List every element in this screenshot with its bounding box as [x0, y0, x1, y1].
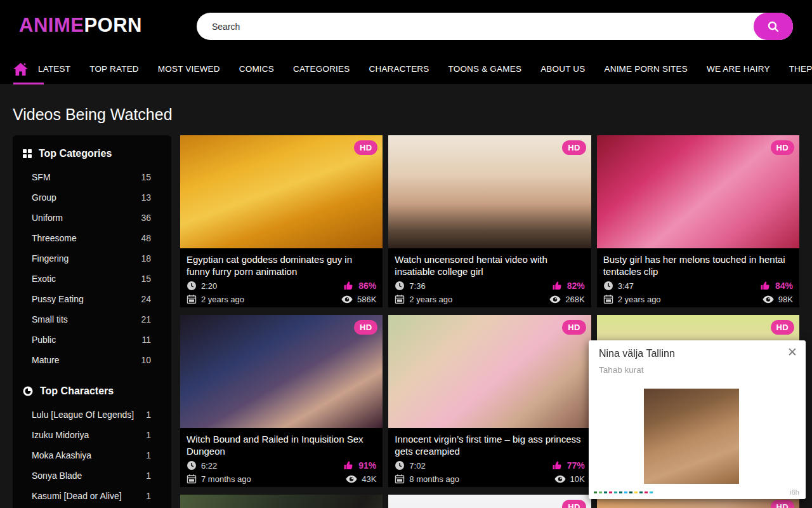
- video-card[interactable]: HD: [388, 495, 591, 508]
- category-count: 15: [141, 274, 161, 284]
- eye-icon: [346, 475, 357, 483]
- video-duration: 2:20: [201, 281, 217, 291]
- category-item[interactable]: Exotic15: [23, 269, 161, 289]
- video-age: 2 years ago: [618, 295, 661, 304]
- category-item[interactable]: Mature10: [23, 350, 161, 370]
- category-item[interactable]: SFM15: [23, 167, 161, 187]
- video-card[interactable]: HD Watch uncensored hentai video with in…: [388, 135, 591, 307]
- video-title[interactable]: Egyptian cat goddess dominates guy in fu…: [187, 253, 376, 277]
- site-header: ANIMEPORN: [0, 0, 812, 53]
- video-card[interactable]: HD Witch Bound and Railed in Inquisition…: [180, 315, 383, 487]
- hd-badge: HD: [562, 320, 586, 335]
- top-categories-header: Top Categories: [23, 148, 161, 159]
- category-item[interactable]: Threesome48: [23, 228, 161, 248]
- nav-item-comics[interactable]: COMICS: [230, 53, 284, 84]
- nav-item-toons-games[interactable]: TOONS & GAMES: [439, 53, 532, 84]
- nav-item-categories[interactable]: CATEGORIES: [284, 53, 360, 84]
- nav-item-anime-porn-sites[interactable]: ANIME PORN SITES: [595, 53, 697, 84]
- nav-item-most-viewed[interactable]: MOST VIEWED: [148, 53, 230, 84]
- character-item[interactable]: Kasumi [Dead or Alive]1: [23, 486, 161, 506]
- thumbs-up-icon: [343, 281, 354, 291]
- video-thumbnail[interactable]: [180, 495, 383, 508]
- hd-badge: HD: [771, 500, 794, 508]
- character-item[interactable]: Izuku Midoriya1: [23, 425, 161, 445]
- category-count: 21: [141, 314, 161, 324]
- ad-title: Nina välja Tallinn: [599, 348, 675, 359]
- logo-text-left: ANIME: [19, 14, 84, 36]
- video-thumbnail[interactable]: HD: [180, 135, 383, 248]
- sidebar: Top Categories SFM15 Group13 Uniform36 T…: [13, 135, 171, 508]
- thumbs-up-icon: [552, 281, 563, 291]
- clock-icon: [187, 281, 197, 291]
- nav-item-about-us[interactable]: ABOUT US: [531, 53, 594, 84]
- video-title[interactable]: Innocent virgin’s first time – big ass p…: [395, 433, 584, 457]
- search-button[interactable]: [754, 13, 793, 40]
- video-card[interactable]: HD Innocent virgin’s first time – big as…: [388, 315, 591, 487]
- category-item[interactable]: Group13: [23, 187, 161, 208]
- thumbs-up-icon: [343, 460, 354, 471]
- category-count: 10: [141, 355, 161, 365]
- video-views: 10K: [570, 474, 585, 484]
- category-item[interactable]: Fingering18: [23, 248, 161, 269]
- video-info: Busty girl has her melons touched in hen…: [597, 248, 799, 307]
- hd-badge: HD: [562, 140, 586, 155]
- video-thumbnail[interactable]: HD: [388, 315, 591, 428]
- video-likes: 84%: [775, 281, 793, 291]
- category-count: 13: [141, 192, 161, 203]
- video-card[interactable]: [180, 495, 383, 508]
- site-logo[interactable]: ANIMEPORN: [19, 14, 142, 37]
- video-title[interactable]: Watch uncensored hentai video with insat…: [395, 253, 584, 277]
- video-card[interactable]: HD Egyptian cat goddess dominates guy in…: [180, 135, 383, 307]
- character-item[interactable]: Sonya Blade1: [23, 465, 161, 486]
- video-likes: 86%: [358, 281, 376, 291]
- character-count: 1: [146, 491, 161, 501]
- top-categories-list: SFM15 Group13 Uniform36 Threesome48 Fing…: [23, 167, 161, 370]
- category-item[interactable]: Pussy Eating24: [23, 289, 161, 309]
- category-count: 48: [141, 233, 161, 243]
- ad-popup: Nina välja Tallinn Tahab kurat ✕ i6h: [589, 340, 806, 499]
- ad-progress-dashes: [594, 491, 653, 493]
- nav-item-top-rated[interactable]: TOP RATED: [80, 53, 148, 84]
- ad-timestamp: i6h: [790, 488, 799, 496]
- clock-icon: [603, 281, 613, 291]
- category-count: 18: [141, 253, 161, 264]
- page-title: Videos Being Watched: [13, 105, 799, 124]
- video-title[interactable]: Witch Bound and Railed in Inquisition Se…: [187, 433, 376, 457]
- thumbs-up-icon: [552, 460, 563, 471]
- hd-badge: HD: [354, 140, 377, 155]
- character-item[interactable]: Lulu [League Of Legends]1: [23, 404, 161, 425]
- video-likes: 91%: [358, 460, 376, 471]
- eye-icon: [549, 295, 561, 304]
- character-count: 1: [146, 430, 161, 440]
- video-info: Watch uncensored hentai video with insat…: [388, 248, 591, 307]
- category-item[interactable]: Public11: [23, 330, 161, 350]
- nav-item-characters[interactable]: CHARACTERS: [359, 53, 438, 84]
- video-thumbnail[interactable]: HD: [597, 135, 799, 248]
- nav-item-theporndude[interactable]: THEPORNDUDE: [780, 53, 812, 84]
- nav-item-home[interactable]: [13, 53, 29, 84]
- video-age: 2 years ago: [201, 295, 244, 304]
- video-likes: 77%: [567, 460, 585, 471]
- category-item[interactable]: Small tits21: [23, 309, 161, 330]
- video-views: 586K: [357, 295, 376, 304]
- ad-photo[interactable]: [644, 389, 739, 484]
- video-thumbnail[interactable]: HD: [388, 135, 591, 248]
- video-thumbnail[interactable]: HD: [388, 495, 591, 508]
- character-item[interactable]: Moka Akashiya1: [23, 445, 161, 465]
- video-views: 43K: [362, 474, 376, 484]
- video-title[interactable]: Busty girl has her melons touched in hen…: [603, 253, 793, 277]
- search-input[interactable]: [197, 13, 793, 40]
- video-duration: 7:36: [409, 281, 425, 291]
- video-age: 7 months ago: [201, 474, 251, 484]
- category-item[interactable]: Uniform36: [23, 208, 161, 228]
- video-thumbnail[interactable]: HD: [180, 315, 383, 428]
- nav-item-we-are-hairy[interactable]: WE ARE HAIRY: [697, 53, 780, 84]
- thumbs-up-icon: [760, 281, 771, 291]
- close-icon[interactable]: ✕: [785, 344, 800, 361]
- top-characters-list: Lulu [League Of Legends]1 Izuku Midoriya…: [23, 404, 161, 506]
- clock-icon: [395, 281, 405, 291]
- video-age: 2 years ago: [409, 295, 452, 304]
- home-icon: [13, 62, 29, 76]
- nav-item-latest[interactable]: LATEST: [29, 53, 80, 84]
- video-card[interactable]: HD Busty girl has her melons touched in …: [597, 135, 799, 307]
